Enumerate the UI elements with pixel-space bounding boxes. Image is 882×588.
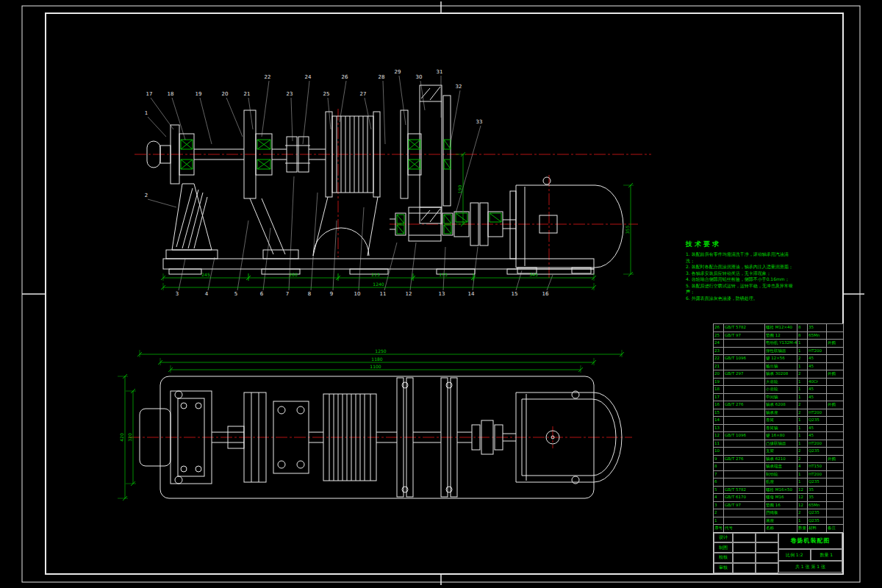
bom-row-cell: 支架	[765, 448, 797, 456]
balloon-number: 18	[168, 91, 174, 97]
bom-row-cell: HT150	[808, 463, 827, 471]
bom-row-cell: 11	[714, 440, 724, 448]
bom-row-cell: GB/T 6170	[724, 494, 765, 502]
bom-row-cell: GB/T 97	[724, 501, 765, 509]
balloon-number: 16	[542, 291, 549, 297]
bom-row-cell: 2	[797, 455, 808, 463]
note-line: 6. 外露表面涂灰色油漆，防锈处理。	[686, 295, 795, 302]
bom-row-cell: 外购	[827, 370, 844, 379]
bom-row-cell: 卷筒轴	[765, 424, 797, 432]
bom-row-cell: 垫圈 16	[765, 501, 797, 509]
bom-row-cell: 24	[714, 340, 724, 348]
bom-row: 11凸缘联轴器1HT200	[714, 440, 844, 448]
bom-row-cell	[827, 362, 844, 370]
balloon-number: 14	[468, 291, 475, 297]
bom-row-cell: 25	[714, 331, 724, 340]
bom-row-cell: 12	[797, 494, 808, 502]
bom-row-cell	[724, 340, 765, 348]
bom-row-cell: 5	[714, 486, 724, 494]
bom-row-cell	[827, 347, 844, 355]
bom-row-cell	[827, 409, 844, 417]
dim-value: 1240	[373, 282, 384, 287]
bom-row-cell	[724, 386, 765, 394]
signature-date	[756, 542, 778, 553]
bom-header-row-cell: 材料	[808, 525, 827, 533]
bom-row-cell: 大齿轮	[765, 378, 797, 386]
bom-row-cell: 电动机 Y132M-4	[765, 340, 797, 348]
top-view-geometry	[140, 376, 622, 498]
bom-row: 6机座1Q235	[714, 478, 844, 487]
bom-row: 8轴承端盖4HT150	[714, 463, 844, 471]
annotations-layer: 1234567891011121314151617181920212223242…	[118, 69, 634, 501]
bom-row-cell: 21	[714, 362, 724, 370]
balloon-number: 19	[196, 91, 202, 97]
signature-name	[733, 553, 756, 563]
leader-line	[226, 98, 243, 137]
bom-row-cell	[724, 517, 765, 525]
bom-row: 21输出轴145	[714, 362, 844, 370]
bom-row-cell	[827, 432, 844, 440]
balloon-number: 32	[456, 84, 462, 90]
bom-row-cell: 3	[714, 501, 724, 509]
bom-row: 7制动轮1HT200	[714, 470, 844, 478]
bom-row-cell: 1	[797, 424, 808, 432]
leader-line	[200, 98, 212, 144]
balloon-number: 8	[308, 291, 311, 297]
bom-row-cell: 2	[797, 448, 808, 456]
bom-row-cell: 65Mn	[808, 331, 827, 340]
bom-row-cell	[827, 378, 844, 386]
balloon-number: 2	[145, 193, 148, 198]
signature-row: 校核	[714, 553, 778, 563]
bom-row-cell	[827, 517, 844, 525]
signature-name	[733, 542, 756, 553]
bom-row-cell	[827, 393, 844, 401]
dim-value: 175	[439, 272, 448, 277]
bom-row: 19大齿轮140Cr	[714, 378, 844, 386]
bom-row-cell: GB/T 5782	[724, 486, 765, 494]
bom-header-row: 序号代号名称数量材料备注	[714, 525, 844, 533]
leader-line	[303, 81, 309, 144]
bom-row-cell: GB/T 297	[724, 370, 765, 379]
leader-line	[291, 98, 293, 141]
bom-row: 25GB/T 97垫圈 12865Mn	[714, 331, 844, 340]
bom-row-cell: GB/T 97	[724, 331, 765, 340]
balloon-number: 12	[406, 291, 412, 297]
signature-label: 设计	[714, 533, 733, 543]
bom-row-cell: 轴承端盖	[765, 463, 797, 471]
bom-row-cell	[827, 417, 844, 425]
bom-row-cell: HT200	[808, 440, 827, 448]
drawing-scale: 比例 1:2	[778, 549, 811, 561]
bom-row-cell	[724, 409, 765, 417]
balloon-number: 7	[286, 291, 289, 297]
bom-row-cell: HT200	[808, 470, 827, 478]
balloon-number: 25	[323, 91, 330, 97]
bom-row-cell	[724, 347, 765, 355]
dim-value: 345	[529, 272, 538, 277]
bom-row-cell: 12	[714, 432, 724, 440]
drawing-title: 卷扬机装配图	[778, 533, 842, 550]
balloon-number: 28	[379, 74, 385, 80]
bom-row-cell: 13	[714, 424, 724, 432]
leader-line	[547, 275, 553, 290]
bom-row-cell	[827, 386, 844, 394]
bom-row-cell: 1	[797, 470, 808, 478]
bom-row-cell: 12	[797, 501, 808, 509]
bom-row: 10支架2Q235	[714, 448, 844, 456]
bom-row-cell	[827, 463, 844, 471]
leader-line	[383, 81, 385, 144]
bom-row-cell	[808, 455, 827, 463]
bom-row-cell: 外购	[827, 340, 844, 348]
leader-line	[151, 98, 173, 129]
bom-row-cell: 45	[808, 424, 827, 432]
leader-line	[384, 243, 397, 290]
bom-row-cell: 螺栓 M16×50	[765, 486, 797, 494]
balloon-number: 10	[354, 291, 361, 297]
bom-row-cell: 8	[797, 331, 808, 340]
bom-row-cell: 卷筒	[765, 417, 797, 425]
balloon-number: 30	[416, 74, 423, 80]
balloon-number: 20	[222, 91, 229, 97]
bom-row-cell: 45	[808, 393, 827, 401]
bom-row-cell: 2	[714, 509, 724, 517]
bom-row-cell	[827, 324, 844, 332]
bom-row-cell: 垫圈 12	[765, 331, 797, 340]
